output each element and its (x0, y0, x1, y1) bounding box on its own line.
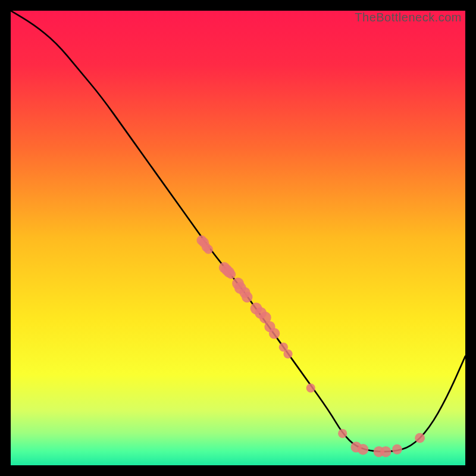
data-point (380, 446, 391, 457)
chart-svg (11, 11, 465, 465)
data-point (415, 433, 425, 443)
data-point (227, 270, 236, 278)
data-point (204, 245, 213, 253)
data-point (338, 429, 347, 438)
gradient-background (11, 11, 465, 465)
plot-area: TheBottleneck.com (11, 11, 465, 465)
watermark-text: TheBottleneck.com (355, 11, 462, 24)
data-point (392, 444, 402, 455)
data-point (283, 349, 292, 358)
data-point (242, 292, 252, 302)
data-point (358, 444, 368, 455)
data-point (269, 328, 280, 339)
data-point (306, 383, 315, 392)
chart-frame: TheBottleneck.com (0, 0, 476, 476)
